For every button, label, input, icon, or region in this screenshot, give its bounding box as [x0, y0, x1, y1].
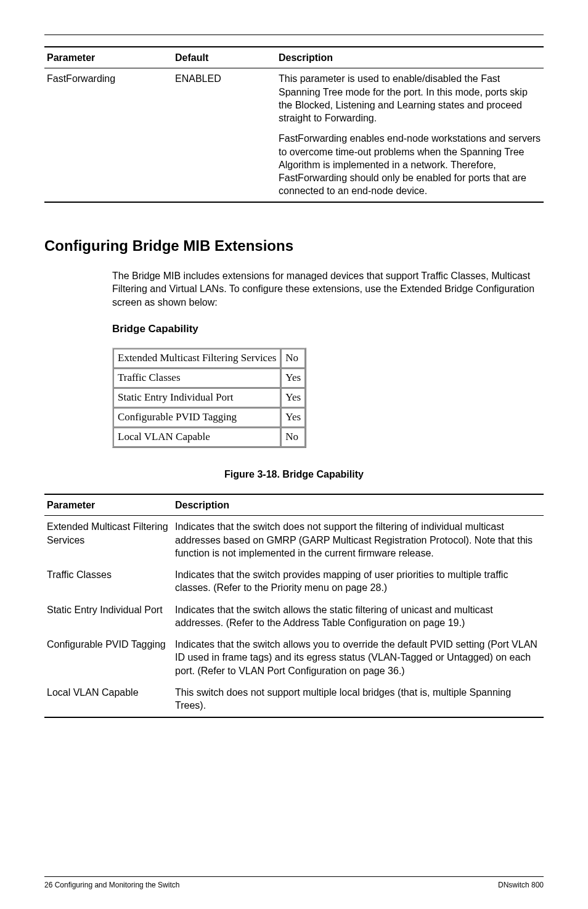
header-description: Description [173, 494, 544, 516]
cell-description: Indicates that the switch allows the sta… [173, 599, 544, 634]
cap-row: Static Entry Individual Port Yes [113, 388, 305, 407]
footer-left: 26 Configuring and Monitoring the Switch [44, 881, 179, 889]
table-header-row: Parameter Default Description [44, 47, 544, 68]
cell-description: Indicates that the switch allows you to … [173, 634, 544, 682]
cell-parameter: Configurable PVID Tagging [44, 634, 173, 682]
cap-value: Yes [281, 388, 305, 407]
cap-label: Local VLAN Capable [113, 428, 280, 447]
sub-heading: Bridge Capability [112, 322, 544, 336]
cap-label: Traffic Classes [113, 369, 280, 388]
table-row: Configurable PVID Tagging Indicates that… [44, 634, 544, 682]
cell-description-1: This parameter is used to enable/disable… [276, 68, 544, 129]
table-row: FastForwarding enables end-node workstat… [44, 128, 544, 202]
fastforwarding-table: Parameter Default Description FastForwar… [44, 46, 544, 203]
parameter-description-table: Parameter Description Extended Multicast… [44, 494, 544, 717]
cell-description-2: FastForwarding enables end-node workstat… [276, 128, 544, 202]
cap-value: Yes [281, 369, 305, 388]
cap-value: No [281, 428, 305, 447]
header-parameter: Parameter [44, 47, 173, 68]
cap-row: Traffic Classes Yes [113, 369, 305, 388]
cap-row: Local VLAN Capable No [113, 428, 305, 447]
table-header-row: Parameter Description [44, 494, 544, 516]
cell-default: ENABLED [173, 68, 276, 129]
table-row: Extended Multicast Filtering Services In… [44, 516, 544, 564]
top-rule [44, 35, 544, 35]
footer-right: DNswitch 800 [498, 881, 544, 889]
cap-label: Extended Multicast Filtering Services [113, 349, 280, 368]
intro-paragraph: The Bridge MIB includes extensions for m… [112, 269, 544, 309]
cap-row: Configurable PVID Tagging Yes [113, 408, 305, 427]
cell-description: This switch does not support multiple lo… [173, 682, 544, 717]
cell-parameter: Traffic Classes [44, 564, 173, 599]
cap-label: Static Entry Individual Port [113, 388, 280, 407]
cell-empty [173, 128, 276, 202]
header-parameter: Parameter [44, 494, 173, 516]
cell-empty [44, 128, 173, 202]
section-body: The Bridge MIB includes extensions for m… [112, 269, 544, 448]
bridge-capability-table: Extended Multicast Filtering Services No… [112, 348, 306, 448]
cell-parameter: Extended Multicast Filtering Services [44, 516, 173, 564]
cell-description: Indicates that the switch provides mappi… [173, 564, 544, 599]
page-footer: 26 Configuring and Monitoring the Switch… [44, 876, 544, 889]
table-row: Static Entry Individual Port Indicates t… [44, 599, 544, 634]
table-row: Traffic Classes Indicates that the switc… [44, 564, 544, 599]
cap-value: No [281, 349, 305, 368]
cap-value: Yes [281, 408, 305, 427]
cell-parameter: Static Entry Individual Port [44, 599, 173, 634]
table-row: FastForwarding ENABLED This parameter is… [44, 68, 544, 129]
cap-row: Extended Multicast Filtering Services No [113, 349, 305, 368]
cell-parameter: Local VLAN Capable [44, 682, 173, 717]
cap-label: Configurable PVID Tagging [113, 408, 280, 427]
figure-caption: Figure 3-18. Bridge Capability [44, 469, 544, 480]
header-default: Default [173, 47, 276, 68]
table-row: Local VLAN Capable This switch does not … [44, 682, 544, 717]
header-description: Description [276, 47, 544, 68]
section-heading: Configuring Bridge MIB Extensions [44, 237, 544, 255]
cell-description: Indicates that the switch does not suppo… [173, 516, 544, 564]
cell-parameter: FastForwarding [44, 68, 173, 129]
